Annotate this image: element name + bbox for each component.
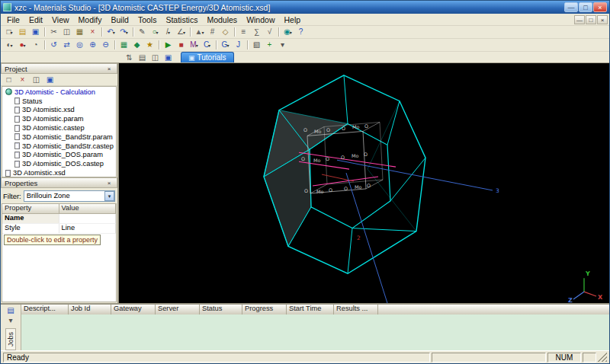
atom-label-mo[interactable]: Mo [355,184,362,190]
modules-button-dropdown-icon[interactable]: ▾ [196,43,198,48]
polyhedra-button[interactable]: ◆ [130,40,143,51]
tree-item[interactable]: 3D Atomistic - Calculation [2,88,116,97]
new-item-button[interactable]: □ [2,74,15,85]
rotate-view-button[interactable]: ↺ [47,40,60,51]
atom-label-o[interactable]: O [344,186,348,192]
render-style-button-dropdown-icon[interactable]: ▾ [290,30,292,35]
tab-tutorials[interactable]: ▣ Tutorials [181,52,234,62]
cut-button[interactable]: ✂ [47,27,60,38]
doc-restore-button[interactable]: □ [586,15,596,24]
calculations-button[interactable]: √ [263,27,276,38]
tables-button[interactable]: ∑ [250,27,263,38]
sketch-tool-button[interactable]: ✎ [136,27,149,38]
display-style-button-dropdown-icon[interactable]: ▾ [11,43,13,48]
atom-label-o[interactable]: O [342,126,345,132]
title-bar[interactable]: xzc - Materials Studio - [3D Atomistic C… [1,1,609,14]
menu-edit[interactable]: Edit [24,14,47,25]
doc-close-button[interactable]: × [597,15,608,24]
property-row[interactable]: Name [2,214,116,224]
jobs-list-button[interactable]: ▤ [5,305,18,315]
castep-button-dropdown-icon[interactable]: ▾ [208,43,210,48]
jobs-column-header[interactable]: Results ... [334,305,378,315]
tree-item[interactable]: 3D Atomistic_DOS.castep [2,159,116,168]
symmetry-button[interactable]: ◇ [219,27,232,38]
castep-button[interactable]: C▾ [201,40,214,51]
property-value-cell[interactable]: Line [59,224,117,233]
tree-item[interactable]: 3D Atomistic.xsd [2,106,116,115]
stop-job-button[interactable]: ■ [175,40,188,51]
analysis-button[interactable]: ▧ [250,40,263,51]
minimize-button[interactable]: — [564,2,578,12]
atom-label-o[interactable]: O [364,123,368,129]
menu-build[interactable]: Build [107,14,133,25]
menu-modules[interactable]: Modules [202,14,242,25]
atom-tool-button-dropdown-icon[interactable]: ▾ [156,30,159,35]
gateway-button-dropdown-icon[interactable]: ▾ [226,43,229,48]
delete-button[interactable]: × [86,27,99,38]
color-by-button[interactable]: ●▾ [16,40,29,51]
close-button[interactable]: × [593,2,607,12]
undo-button-dropdown-icon[interactable]: ▾ [113,30,115,35]
atom-label-mo[interactable]: Mo [352,124,360,130]
viewport-3d[interactable]: OMoOOMoOOMoOOMoOOMoOOMoO32YXZ [119,63,609,303]
atom-label-o[interactable]: O [326,127,330,133]
menu-file[interactable]: File [2,14,24,25]
delete-item-button[interactable]: × [16,74,29,85]
jobs-column-header[interactable]: Start Time [287,305,334,315]
menu-help[interactable]: Help [279,14,305,25]
open-button[interactable]: ▤ [16,27,29,38]
bond-tool-button[interactable]: /▾ [162,27,175,38]
jobs-column-header[interactable]: Progress [242,305,287,315]
jobs-column-header[interactable]: Status [200,305,242,315]
translate-view-button[interactable]: ⇄ [60,40,73,51]
paste-button[interactable]: ▦ [73,27,86,38]
run-job-button[interactable]: ▶ [162,40,175,51]
tree-item[interactable]: 3D Atomistic.castep [2,123,116,133]
jobs-column-header[interactable]: Gateway [111,305,156,315]
tree-item[interactable]: 3D Atomistic_BandStr.castep [2,142,116,151]
tree-item[interactable]: 3D Atomistic_DOS.param [2,151,116,160]
modules-button[interactable]: M▾ [188,40,201,51]
atom-tool-button[interactable]: ○▾ [149,27,162,38]
project-explorer-button[interactable]: ≡ [237,27,250,38]
tree-item[interactable]: 3D Atomistic_BandStr.param [2,133,116,142]
jobs-column-header[interactable]: Descript... [21,305,69,315]
atom-label-o[interactable]: O [329,187,332,193]
undo-button[interactable]: ↶▾ [104,27,117,38]
more-tools-button[interactable]: ▾ [276,40,289,51]
zoom-in-button[interactable]: ⊕ [86,40,99,51]
help-button[interactable]: ? [294,27,307,38]
selection-mode-button[interactable]: ▲▾ [193,27,206,38]
menu-tools[interactable]: Tools [133,14,162,25]
save-item-button[interactable]: ▣ [43,74,56,85]
bond-tool-button-dropdown-icon[interactable]: ▾ [168,30,170,35]
center-view-button[interactable]: ◎ [73,40,86,51]
new-document-button[interactable]: □▾ [3,27,16,38]
gateway-button[interactable]: G▾ [219,40,232,51]
menu-window[interactable]: Window [242,14,279,25]
atom-label-mo[interactable]: Mo [316,189,324,195]
maximize-button[interactable]: □ [579,2,592,12]
properties-column-header[interactable]: Value [59,204,117,214]
selection-mode-button-dropdown-icon[interactable]: ▾ [201,30,204,35]
window-list-button[interactable]: ▤ [136,53,149,62]
atom-label-o[interactable]: O [367,183,371,189]
split-window-button[interactable]: ◫ [149,53,162,62]
atom-label-mo[interactable]: Mo [314,129,322,135]
new-document-button-dropdown-icon[interactable]: ▾ [11,30,13,35]
sort-button[interactable]: ⇅ [123,53,136,62]
render-style-button[interactable]: ◉▾ [281,27,294,38]
chevron-down-icon[interactable]: ▾ [104,191,114,201]
redo-button-dropdown-icon[interactable]: ▾ [126,30,128,35]
atom-label-o[interactable]: O [301,156,305,162]
measure-tool-button[interactable]: ∠▾ [175,27,188,38]
redo-button[interactable]: ↷▾ [117,27,130,38]
copy-item-button[interactable]: ◫ [30,74,43,85]
atom-label-o[interactable]: O [364,152,368,158]
atom-label-mo[interactable]: Mo [313,158,321,164]
zoom-out-button[interactable]: ⊖ [99,40,112,51]
resize-grip[interactable] [598,353,607,362]
tree-item[interactable]: Status [2,97,116,106]
add-button[interactable]: + [263,40,276,51]
jobs-column-header[interactable]: Server [156,305,200,315]
